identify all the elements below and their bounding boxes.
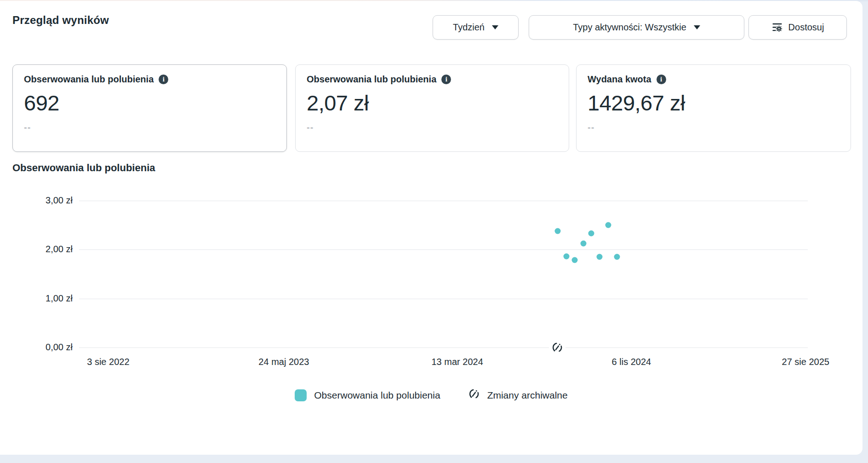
x-axis-label: 3 sie 2022 [87, 357, 129, 367]
archive-changes-icon [468, 388, 480, 402]
y-axis-label: 3,00 zł [46, 195, 73, 206]
info-icon[interactable]: i [657, 75, 666, 84]
data-point[interactable] [605, 222, 611, 228]
card-title: Wydana kwota [588, 74, 651, 85]
data-point[interactable] [555, 228, 561, 234]
gridline [79, 299, 808, 299]
card-title-row: Obserwowania lub polubienia i [307, 74, 558, 85]
legend-swatch [295, 389, 307, 401]
chart-legend: Obserwowania lub polubienia Zmiany archi… [0, 388, 862, 402]
results-overview-page: Przegląd wyników Tydzień Typy aktywności… [0, 0, 868, 463]
x-axis-label: 27 sie 2025 [782, 357, 829, 367]
activity-type-dropdown[interactable]: Typy aktywności: Wszystkie [529, 15, 744, 40]
card-delta: -- [307, 122, 558, 133]
x-axis-label: 24 maj 2023 [258, 357, 309, 367]
legend-item-archive-changes: Zmiany archiwalne [468, 388, 568, 402]
legend-label: Zmiany archiwalne [487, 390, 568, 401]
gridline [79, 347, 808, 348]
x-axis-label: 6 lis 2024 [612, 357, 651, 367]
gridline [79, 249, 808, 250]
card-value: 2,07 zł [307, 91, 558, 116]
info-icon[interactable]: i [441, 75, 451, 84]
card-title: Obserwowania lub polubienia [24, 74, 154, 85]
card-title: Obserwowania lub polubienia [307, 74, 436, 85]
content-panel: Przegląd wyników Tydzień Typy aktywności… [0, 1, 862, 455]
data-point[interactable] [596, 254, 602, 260]
data-point[interactable] [571, 257, 577, 263]
activity-type-dropdown-label: Typy aktywności: Wszystkie [573, 22, 686, 33]
legend-item-follows-or-likes: Obserwowania lub polubienia [295, 389, 440, 401]
legend-label: Obserwowania lub polubienia [314, 390, 440, 401]
y-axis-label: 2,00 zł [46, 244, 73, 255]
period-dropdown-label: Tydzień [453, 22, 485, 33]
plot-area: 3,00 zł2,00 zł1,00 zł0,00 zł3 sie 202224… [79, 201, 808, 347]
chevron-down-icon [492, 25, 498, 29]
page-title: Przegląd wyników [12, 14, 109, 27]
metric-card-follows-or-likes[interactable]: Obserwowania lub polubienia i 692 -- [12, 64, 287, 152]
metric-card-amount-spent[interactable]: Wydana kwota i 1429,67 zł -- [576, 64, 851, 152]
data-point[interactable] [580, 240, 586, 246]
metric-card-cost-per-result[interactable]: Obserwowania lub polubienia i 2,07 zł -- [295, 64, 569, 152]
gridline [79, 201, 808, 201]
y-axis-label: 1,00 zł [46, 293, 73, 304]
customize-settings-icon [771, 22, 783, 33]
data-point[interactable] [588, 231, 594, 237]
x-axis-label: 13 mar 2024 [431, 357, 483, 367]
customize-button-label: Dostosuj [788, 22, 824, 33]
data-point[interactable] [614, 254, 620, 260]
card-value: 1429,67 zł [588, 91, 839, 116]
archive-changes-marker[interactable] [549, 339, 565, 356]
customize-button[interactable]: Dostosuj [748, 15, 847, 40]
card-delta: -- [588, 122, 839, 133]
data-point[interactable] [564, 254, 570, 260]
chart-section-title: Obserwowania lub polubienia [12, 162, 155, 174]
y-axis-label: 0,00 zł [46, 342, 73, 353]
info-icon[interactable]: i [159, 75, 168, 84]
period-dropdown[interactable]: Tydzień [433, 15, 519, 40]
chevron-down-icon [694, 25, 700, 29]
card-value: 692 [24, 91, 275, 116]
card-title-row: Obserwowania lub polubienia i [24, 74, 275, 85]
card-delta: -- [24, 122, 275, 133]
card-title-row: Wydana kwota i [588, 74, 839, 85]
